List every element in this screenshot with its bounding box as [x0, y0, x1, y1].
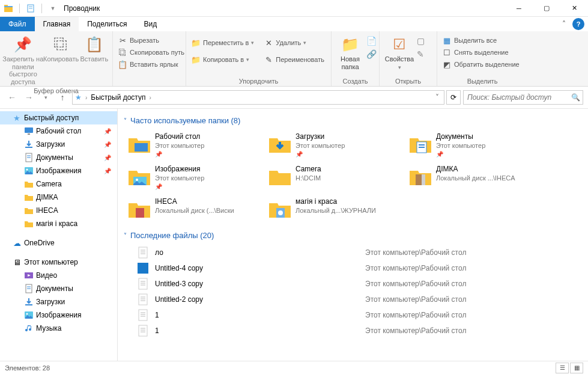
nav-up-button[interactable]: ↑: [55, 90, 70, 105]
sidebar-item[interactable]: Загрузки📌: [0, 138, 117, 151]
sidebar-quick-access[interactable]: ★ Быстрый доступ: [0, 111, 117, 124]
tab-share[interactable]: Поделиться: [79, 17, 135, 31]
cut-button[interactable]: ✂Вырезать: [117, 35, 186, 46]
search-icon[interactable]: 🔍: [568, 93, 583, 102]
copy-button[interactable]: ⿻ Копировать: [44, 32, 79, 63]
nav-back-button[interactable]: ←: [5, 90, 19, 105]
nav-forward-button[interactable]: →: [22, 90, 36, 105]
folder-icon: [24, 206, 34, 215]
sidebar-onedrive[interactable]: ☁ OneDrive: [0, 236, 117, 250]
folder-item[interactable]: CameraH:\DCIM: [265, 162, 404, 192]
file-row[interactable]: Untitled-3 copyЭтот компьютер\Рабочий ст…: [125, 276, 581, 292]
refresh-button[interactable]: ⟳: [446, 90, 461, 105]
file-row[interactable]: 1Этот компьютер\Рабочий стол: [125, 307, 581, 323]
rename-button[interactable]: ✎Переименовать: [262, 54, 326, 65]
help-icon[interactable]: ?: [572, 18, 584, 30]
qat-dropdown-icon[interactable]: ▼: [48, 4, 58, 13]
properties-icon: ☑: [390, 35, 409, 54]
properties-button[interactable]: ☑ Свойства ▾: [382, 32, 417, 70]
svg-rect-18: [25, 304, 32, 305]
folder-item[interactable]: IHECAЛокальный диск (...\Виски: [125, 195, 263, 224]
sidebar-this-pc[interactable]: 🖥 Этот компьютер: [0, 256, 117, 269]
file-row[interactable]: лоЭтот компьютер\Рабочий стол: [125, 245, 581, 260]
invert-selection-icon: ◩: [442, 60, 452, 69]
group-select-label: Выделить: [440, 76, 525, 86]
search-box[interactable]: 🔍: [463, 90, 583, 105]
qat-properties-icon[interactable]: [26, 4, 35, 13]
copy-path-button[interactable]: ⿻Скопировать путь: [117, 47, 186, 58]
tab-home[interactable]: Главная: [35, 17, 79, 31]
folder-item[interactable]: ЗагрузкиЭтот компьютер📌: [265, 130, 404, 160]
ribbon-tabs: Файл Главная Поделиться Вид ˄ ?: [0, 17, 588, 31]
address-bar[interactable]: ★ › Быстрый доступ › ˅: [72, 90, 444, 105]
sidebar-item[interactable]: Рабочий стол📌: [0, 124, 117, 138]
new-item-icon[interactable]: 📄: [366, 36, 377, 46]
paste-button[interactable]: 📋 Вставить: [79, 32, 110, 63]
sidebar-item[interactable]: магія і краса: [0, 217, 117, 230]
section-frequent-folders[interactable]: ˅ Часто используемые папки (8): [124, 116, 581, 125]
breadcrumb-root-icon[interactable]: ★: [74, 93, 83, 102]
maximize-button[interactable]: ▢: [533, 0, 560, 17]
sidebar-item[interactable]: ДІМКА: [0, 191, 117, 204]
downloads-icon: [268, 132, 292, 156]
invert-selection-button[interactable]: ◩Обратить выделение: [441, 59, 521, 70]
sidebar-item[interactable]: Документы: [0, 282, 117, 295]
pin-icon: 📌: [104, 141, 111, 148]
move-to-icon: 📁: [191, 38, 201, 48]
star-icon: ★: [12, 113, 22, 123]
breadcrumb-root[interactable]: Быстрый доступ: [89, 93, 147, 102]
copy-icon: ⿻: [52, 35, 71, 54]
select-all-button[interactable]: ▦Выделить все: [441, 35, 521, 46]
new-folder-icon: 📁: [341, 35, 360, 54]
tab-file[interactable]: Файл: [0, 17, 35, 31]
svg-point-26: [136, 179, 138, 181]
file-icon: [137, 309, 149, 321]
folder-item[interactable]: ИзображенияЭтот компьютер📌: [125, 162, 263, 192]
ribbon-collapse-icon[interactable]: ˄: [556, 17, 572, 31]
folder-item[interactable]: магія і красаЛокальный д...\ЖУРНАЛИ: [265, 195, 404, 224]
file-row[interactable]: Untitled-4 copyЭтот компьютер\Рабочий ст…: [125, 260, 581, 276]
open-icon[interactable]: ▢: [417, 36, 425, 46]
documents-icon: [408, 132, 432, 156]
section-recent-files[interactable]: ˅ Последние файлы (20): [124, 231, 581, 240]
sidebar-item[interactable]: Музыка: [0, 322, 117, 335]
close-button[interactable]: ✕: [560, 0, 588, 17]
nav-history-dropdown[interactable]: ▾: [38, 90, 53, 105]
folder-item[interactable]: ДокументыЭтот компьютер📌: [406, 130, 544, 160]
new-folder-button[interactable]: 📁 Новая папка: [334, 32, 366, 70]
sidebar-item[interactable]: Загрузки: [0, 295, 117, 308]
edit-icon[interactable]: ✎: [417, 49, 425, 59]
pin-icon: 📌: [155, 183, 204, 190]
move-to-button[interactable]: 📁Переместить в ▾: [190, 37, 255, 48]
nav-pane[interactable]: ★ Быстрый доступ Рабочий стол📌Загрузки📌Д…: [0, 109, 118, 361]
easy-access-icon[interactable]: 🔗: [366, 49, 377, 59]
minimize-button[interactable]: ─: [505, 0, 533, 17]
svg-rect-32: [139, 247, 147, 258]
delete-button[interactable]: ✕Удалить ▾: [262, 37, 326, 48]
paste-shortcut-button[interactable]: 📋Вставить ярлык: [117, 59, 186, 70]
sidebar-item[interactable]: Видео: [0, 269, 117, 282]
folder-item[interactable]: Рабочий столЭтот компьютер📌: [125, 130, 263, 160]
address-dropdown-icon[interactable]: ˅: [432, 93, 443, 102]
svg-rect-29: [136, 208, 144, 218]
file-row[interactable]: 1Этот компьютер\Рабочий стол: [125, 323, 581, 339]
thumb3-icon: [268, 197, 292, 221]
sidebar-item[interactable]: IHECA: [0, 204, 117, 217]
view-details-button[interactable]: ☰: [556, 363, 569, 373]
select-none-button[interactable]: ☐Снять выделение: [441, 47, 521, 58]
file-icon: [137, 325, 149, 337]
view-icons-button[interactable]: ▦: [570, 363, 583, 373]
paste-icon: 📋: [85, 35, 104, 54]
navbar: ← → ▾ ↑ ★ › Быстрый доступ › ˅ ⟳ 🔍: [0, 87, 588, 108]
search-input[interactable]: [464, 93, 568, 102]
content-pane[interactable]: ˅ Часто используемые папки (8) Рабочий с…: [118, 109, 588, 361]
folder-item[interactable]: ДІМКАЛокальный диск ...\IHECA: [406, 162, 544, 192]
pin-to-quick-button[interactable]: 📌 Закрепить на панели быстрого доступа: [2, 32, 44, 86]
tab-view[interactable]: Вид: [135, 17, 165, 31]
file-row[interactable]: Untitled-2 copyЭтот компьютер\Рабочий ст…: [125, 292, 581, 307]
sidebar-item[interactable]: Документы📌: [0, 151, 117, 164]
copy-to-button[interactable]: 📁Копировать в ▾: [190, 54, 255, 65]
sidebar-item[interactable]: Изображения: [0, 308, 117, 322]
sidebar-item[interactable]: Изображения📌: [0, 164, 117, 177]
sidebar-item[interactable]: Camera: [0, 177, 117, 191]
